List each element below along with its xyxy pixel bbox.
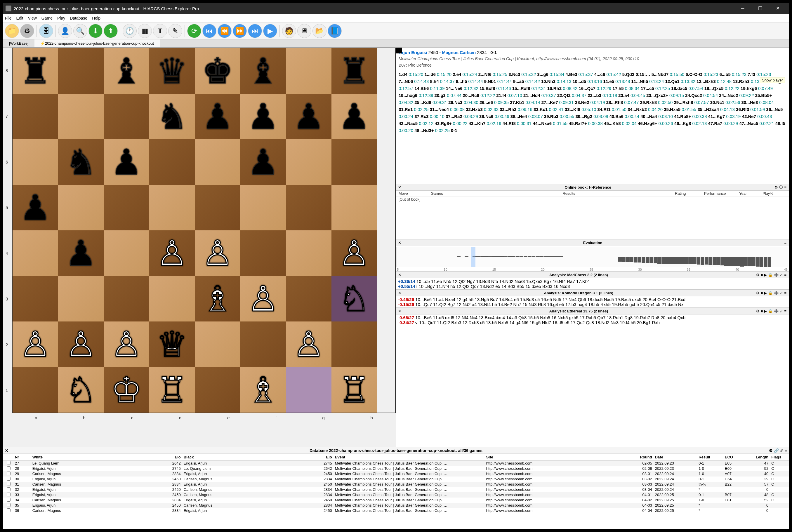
play-icon[interactable]: ▶ bbox=[764, 309, 767, 313]
download-icon[interactable]: ⬇ bbox=[89, 24, 102, 38]
table-row[interactable]: 31Carlsen, Magnus2834Erigaisi, Arjun2450… bbox=[3, 482, 789, 487]
close-button[interactable]: ✕ bbox=[769, 3, 787, 14]
menu-play[interactable]: Play bbox=[57, 16, 65, 20]
table-row[interactable]: 30Erigaisi, Arjun2450Carlsen, Magnus2834… bbox=[3, 476, 789, 482]
square-f2[interactable] bbox=[240, 322, 286, 367]
row-checkbox[interactable] bbox=[7, 487, 11, 491]
lock-icon[interactable]: 🔒 bbox=[768, 291, 773, 295]
link-icon[interactable]: 🔗 bbox=[774, 448, 779, 453]
gear-icon[interactable]: ⚙ bbox=[756, 273, 759, 277]
square-c2[interactable]: ♙ bbox=[104, 322, 149, 367]
gear-icon[interactable]: ⚙ bbox=[769, 448, 773, 453]
square-h1[interactable]: ♖ bbox=[332, 367, 377, 413]
row-checkbox[interactable] bbox=[7, 508, 11, 512]
plus-icon[interactable]: ➕ bbox=[774, 309, 778, 313]
table-row[interactable]: 27Le, Quang Liem2642Erigaisi, Arjun2745M… bbox=[3, 461, 789, 466]
square-a7[interactable] bbox=[13, 94, 58, 139]
play-icon[interactable]: ▶ bbox=[764, 291, 767, 295]
gear-icon[interactable]: ⚙ bbox=[20, 24, 34, 38]
stop-icon[interactable]: ■ bbox=[761, 273, 763, 277]
square-h8[interactable]: ♜ bbox=[332, 48, 377, 94]
square-g8[interactable] bbox=[286, 48, 332, 94]
square-c1[interactable]: ♔ bbox=[104, 367, 149, 413]
square-a5[interactable]: ♟ bbox=[13, 185, 58, 230]
square-d2[interactable]: ♕ bbox=[149, 322, 195, 367]
table-row[interactable]: 29Carlsen, Magnus2834Erigaisi, Arjun2450… bbox=[3, 471, 789, 476]
rewind-icon[interactable]: ⏪ bbox=[218, 24, 231, 38]
square-h3[interactable]: ♘ bbox=[332, 276, 377, 322]
square-c4[interactable] bbox=[104, 230, 149, 276]
square-a2[interactable]: ♙ bbox=[13, 322, 58, 367]
square-f8[interactable]: ♝ bbox=[240, 48, 286, 94]
square-a1[interactable] bbox=[13, 367, 58, 413]
expand-icon[interactable]: ⤢ bbox=[780, 309, 783, 313]
menu-help[interactable]: Help bbox=[92, 16, 100, 20]
square-e6[interactable] bbox=[195, 139, 240, 185]
play-icon[interactable]: ▶ bbox=[764, 273, 767, 277]
square-e4[interactable]: ♙ bbox=[195, 230, 240, 276]
table-row[interactable]: 33Erigaisi, Arjun2450Carlsen, Magnus2834… bbox=[3, 492, 789, 497]
eval-graph[interactable] bbox=[396, 247, 788, 267]
menu-icon[interactable]: ≡ bbox=[784, 291, 787, 295]
lock-icon[interactable]: 🔒 bbox=[768, 273, 773, 277]
square-h6[interactable] bbox=[332, 139, 377, 185]
menu-edit[interactable]: Edit bbox=[16, 16, 23, 20]
row-checkbox[interactable] bbox=[7, 466, 11, 470]
white-player[interactable]: Arjun Erigaisi bbox=[399, 50, 427, 55]
analysis-line[interactable]: -0.66/27 10...Be6 11.d5 cxd5 12.Nf4 Nc4 … bbox=[398, 315, 787, 320]
square-e7[interactable]: ♟ bbox=[195, 94, 240, 139]
square-b8[interactable] bbox=[58, 48, 104, 94]
database-body[interactable]: 27Le, Quang Liem2642Erigaisi, Arjun2745M… bbox=[3, 461, 789, 529]
database-icon[interactable]: 🗄 bbox=[39, 24, 53, 38]
folder-icon[interactable]: 📁 bbox=[5, 24, 19, 38]
square-b3[interactable] bbox=[58, 276, 104, 322]
minimize-button[interactable]: ─ bbox=[734, 3, 751, 14]
info-icon[interactable]: ⓘ bbox=[779, 185, 783, 190]
square-d1[interactable]: ♖ bbox=[149, 367, 195, 413]
lock-icon[interactable]: 🔒 bbox=[768, 309, 773, 313]
tab-workbase[interactable]: [WorkBase] bbox=[3, 39, 35, 47]
square-b4[interactable]: ♟ bbox=[58, 230, 104, 276]
row-checkbox[interactable] bbox=[7, 461, 11, 465]
first-icon[interactable]: ⏮ bbox=[202, 24, 216, 38]
black-player[interactable]: Magnus Carlsen bbox=[442, 50, 476, 55]
square-b6[interactable]: ♞ bbox=[58, 139, 104, 185]
close-icon[interactable]: ✕ bbox=[398, 241, 401, 245]
close-icon[interactable]: ✕ bbox=[5, 447, 8, 454]
table-row[interactable]: 34Carlsen, Magnus2834Erigaisi, Arjun2450… bbox=[3, 497, 789, 503]
row-checkbox[interactable] bbox=[7, 493, 11, 496]
square-d4[interactable]: ♙ bbox=[149, 230, 195, 276]
analysis-line[interactable]: -0.34/27↘ 10...Qc7 11.Qf2 Bxh3 12.Rxh3 c… bbox=[398, 320, 787, 325]
tab-active[interactable]: ⚡ 2022-champions-chess-tour-julius-baer-… bbox=[35, 39, 160, 47]
square-e5[interactable] bbox=[195, 185, 240, 230]
titlebar[interactable]: 2022-champions-chess-tour-julius-baer-ge… bbox=[3, 3, 789, 14]
clock-icon[interactable]: 🕐 bbox=[122, 24, 137, 38]
square-f4[interactable] bbox=[240, 230, 286, 276]
square-d5[interactable] bbox=[149, 185, 195, 230]
forward-icon[interactable]: ⏩ bbox=[233, 24, 247, 38]
square-a3[interactable] bbox=[13, 276, 58, 322]
gear-icon[interactable]: ⚙ bbox=[756, 291, 759, 295]
menu-icon[interactable]: ≡ bbox=[785, 448, 787, 453]
square-c7[interactable] bbox=[104, 94, 149, 139]
square-d6[interactable] bbox=[149, 139, 195, 185]
square-e3[interactable]: ♗ bbox=[195, 276, 240, 322]
last-icon[interactable]: ⏭ bbox=[248, 24, 262, 38]
table-row[interactable]: 35Erigaisi, Arjun2450Carlsen, Magnus2834… bbox=[3, 503, 789, 508]
play-icon[interactable]: ▶ bbox=[263, 24, 277, 38]
square-g4[interactable] bbox=[286, 230, 332, 276]
square-g6[interactable] bbox=[286, 139, 332, 185]
square-c6[interactable]: ♟ bbox=[104, 139, 149, 185]
menu-icon[interactable]: ≡ bbox=[784, 309, 787, 313]
maximize-button[interactable]: ☐ bbox=[751, 3, 769, 14]
stop-icon[interactable]: ■ bbox=[761, 309, 763, 313]
square-f5[interactable] bbox=[240, 185, 286, 230]
table-row[interactable]: 36Carlsen, Magnus2834Erigaisi, Arjun2450… bbox=[3, 508, 789, 513]
row-checkbox[interactable] bbox=[7, 498, 11, 501]
square-g7[interactable]: ♟ bbox=[286, 94, 332, 139]
expand-icon[interactable]: ⤢ bbox=[780, 448, 784, 453]
server-icon[interactable]: 🖥 bbox=[297, 24, 311, 38]
menu-game[interactable]: Game bbox=[41, 16, 53, 20]
row-checkbox[interactable] bbox=[7, 472, 11, 475]
square-f1[interactable]: ♗ bbox=[240, 367, 286, 413]
